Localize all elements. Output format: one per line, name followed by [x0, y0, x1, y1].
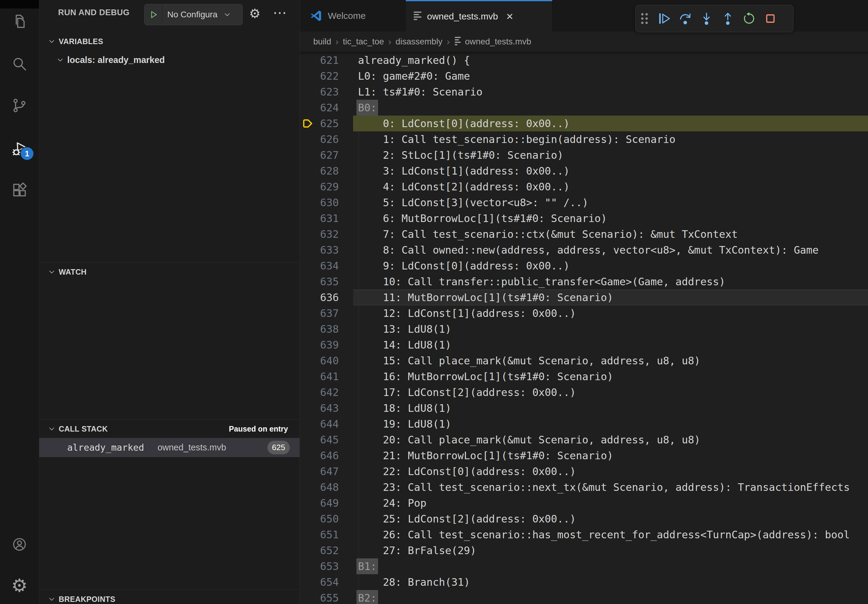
activity-item-accounts[interactable]: [0, 536, 39, 553]
close-icon[interactable]: ✕: [506, 11, 513, 22]
drag-handle[interactable]: [636, 8, 653, 29]
step-over-button[interactable]: [674, 8, 696, 29]
step-out-button[interactable]: [717, 8, 738, 29]
activity-item-explorer[interactable]: [0, 12, 39, 30]
breadcrumb-item[interactable]: disassembly: [396, 37, 443, 46]
activity-item-settings[interactable]: ⚙: [0, 577, 39, 594]
activity-item-run-and-debug[interactable]: 1: [0, 140, 39, 158]
line-number[interactable]: 626: [316, 132, 339, 147]
code-line-629[interactable]: 629 4: LdConst[2](address: 0x00..): [300, 179, 868, 195]
line-number[interactable]: 634: [316, 258, 339, 274]
code-line-635[interactable]: 635 10: Call transfer::public_transfer<G…: [300, 274, 868, 290]
section-watch[interactable]: WATCH: [39, 263, 299, 280]
line-number[interactable]: 624: [316, 100, 339, 116]
call-stack-frame[interactable]: already_marked owned_tests.mvb 625: [39, 438, 299, 457]
code-line-630[interactable]: 630 5: LdConst[3](vector<u8>: "" /..): [300, 195, 868, 211]
line-number[interactable]: 640: [316, 353, 339, 369]
code-line-637[interactable]: 637 12: LdConst[1](address: 0x00..): [300, 305, 868, 321]
more-actions-icon[interactable]: ⋯: [273, 4, 287, 21]
activity-item-search[interactable]: [0, 55, 39, 73]
debug-settings-gear-icon[interactable]: ⚙: [249, 6, 260, 21]
step-into-button[interactable]: [696, 8, 717, 29]
continue-button[interactable]: [653, 8, 674, 29]
code-line-641[interactable]: 641 16: MutBorrowLoc[1](ts#1#0: Scenario…: [300, 369, 868, 384]
code-line-645[interactable]: 645 20: Call place_mark(&mut Scenario, a…: [300, 432, 868, 448]
tab-owned-tests-mvb[interactable]: owned_tests.mvb✕: [406, 0, 552, 32]
line-number[interactable]: 625: [316, 116, 339, 132]
line-number[interactable]: 645: [316, 432, 339, 448]
code-line-647[interactable]: 647 22: LdConst[0](address: 0x00..): [300, 463, 868, 479]
line-number[interactable]: 643: [316, 400, 339, 416]
code-line-624[interactable]: 624B0:: [300, 100, 868, 116]
breadcrumb-item[interactable]: owned_tests.mvb: [465, 37, 531, 46]
code-line-628[interactable]: 628 3: LdConst[1](address: 0x00..): [300, 163, 868, 179]
breadcrumb-item[interactable]: tic_tac_toe: [343, 37, 384, 46]
line-number[interactable]: 629: [316, 179, 339, 195]
line-number[interactable]: 631: [316, 211, 339, 226]
restart-button[interactable]: [738, 8, 760, 29]
code-line-621[interactable]: 621already_marked() {: [300, 52, 868, 68]
section-breakpoints[interactable]: BREAKPOINTS: [39, 591, 299, 604]
line-number[interactable]: 641: [316, 369, 339, 384]
line-number[interactable]: 649: [316, 495, 339, 511]
line-number[interactable]: 627: [316, 147, 339, 163]
line-number[interactable]: 647: [316, 463, 339, 479]
line-number[interactable]: 642: [316, 384, 339, 400]
line-number[interactable]: 637: [316, 305, 339, 321]
code-line-642[interactable]: 642 17: LdConst[2](address: 0x00..): [300, 384, 868, 400]
section-variables[interactable]: VARIABLES: [39, 33, 299, 50]
breadcrumb-item[interactable]: build: [313, 37, 331, 46]
code-line-655[interactable]: 655B2:: [300, 590, 868, 604]
code-line-640[interactable]: 640 15: Call place_mark(&mut Scenario, a…: [300, 353, 868, 369]
code-line-627[interactable]: 627 2: StLoc[1](ts#1#0: Scenario): [300, 147, 868, 163]
line-number[interactable]: 621: [316, 52, 339, 68]
code-line-638[interactable]: 638 13: LdU8(1): [300, 321, 868, 337]
code-line-632[interactable]: 632 7: Call test_scenario::ctx(&mut Scen…: [300, 226, 868, 242]
code-line-646[interactable]: 646 21: MutBorrowLoc[1](ts#1#0: Scenario…: [300, 448, 868, 463]
line-number[interactable]: 632: [316, 226, 339, 242]
line-number[interactable]: 635: [316, 274, 339, 290]
code-line-631[interactable]: 631 6: MutBorrowLoc[1](ts#1#0: Scenario): [300, 211, 868, 226]
activity-item-extensions[interactable]: [0, 181, 39, 199]
code-line-623[interactable]: 623L1: ts#1#0: Scenario: [300, 84, 868, 100]
line-number[interactable]: 654: [316, 574, 339, 590]
variables-scope-locals[interactable]: locals: already_marked: [39, 51, 299, 69]
line-number[interactable]: 623: [316, 84, 339, 100]
start-debugging-icon[interactable]: [149, 10, 158, 19]
code-line-622[interactable]: 622L0: game#2#0: Game: [300, 68, 868, 84]
code-line-633[interactable]: 633 8: Call owned::new(address, address,…: [300, 242, 868, 258]
line-number[interactable]: 646: [316, 448, 339, 463]
code-line-636[interactable]: 636 11: MutBorrowLoc[1](ts#1#0: Scenario…: [300, 290, 868, 305]
code-line-648[interactable]: 648 23: Call test_scenario::next_tx(&mut…: [300, 479, 868, 495]
stop-button[interactable]: [760, 8, 781, 29]
line-number[interactable]: 652: [316, 542, 339, 558]
line-number[interactable]: 655: [316, 590, 339, 604]
code-line-653[interactable]: 653B1:: [300, 558, 868, 574]
line-number[interactable]: 644: [316, 416, 339, 432]
line-number[interactable]: 628: [316, 163, 339, 179]
code-line-654[interactable]: 654 28: Branch(31): [300, 574, 868, 590]
code-line-639[interactable]: 639 14: LdU8(1): [300, 337, 868, 353]
line-number[interactable]: 639: [316, 337, 339, 353]
line-number[interactable]: 648: [316, 479, 339, 495]
code-line-625[interactable]: 625 0: LdConst[0](address: 0x00..): [300, 116, 868, 132]
code-line-649[interactable]: 649 24: Pop: [300, 495, 868, 511]
code-line-634[interactable]: 634 9: LdConst[0](address: 0x00..): [300, 258, 868, 274]
code-line-626[interactable]: 626 1: Call test_scenario::begin(address…: [300, 132, 868, 147]
execution-pointer-icon[interactable]: [302, 118, 314, 129]
editor-code-area[interactable]: 621already_marked() {622L0: game#2#0: Ga…: [300, 52, 868, 604]
line-number[interactable]: 630: [316, 195, 339, 211]
tab-welcome[interactable]: Welcome: [300, 0, 406, 32]
line-number[interactable]: 650: [316, 511, 339, 527]
code-line-651[interactable]: 651 26: Call test_scenario::has_most_rec…: [300, 527, 868, 542]
line-number[interactable]: 651: [316, 527, 339, 542]
code-line-652[interactable]: 652 27: BrFalse(29): [300, 542, 868, 558]
line-number[interactable]: 636: [316, 290, 339, 305]
line-number[interactable]: 653: [316, 558, 339, 574]
line-number[interactable]: 638: [316, 321, 339, 337]
launch-configuration-dropdown[interactable]: No Configura: [144, 4, 243, 25]
code-line-650[interactable]: 650 25: LdConst[2](address: 0x00..): [300, 511, 868, 527]
activity-item-source-control[interactable]: [0, 97, 39, 115]
code-line-643[interactable]: 643 18: LdU8(1): [300, 400, 868, 416]
code-line-644[interactable]: 644 19: LdU8(1): [300, 416, 868, 432]
